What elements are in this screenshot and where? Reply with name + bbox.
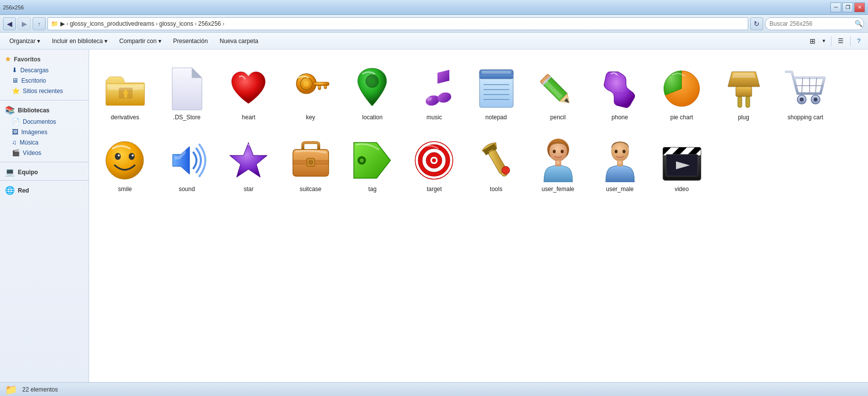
- list-item[interactable]: key: [280, 54, 341, 126]
- sidebar-item-documentos[interactable]: 📄 Documentos: [0, 116, 89, 127]
- star-icon: [227, 138, 271, 183]
- svg-marker-47: [230, 143, 267, 177]
- list-item[interactable]: tools: [465, 126, 527, 198]
- list-item[interactable]: suitcase: [280, 126, 341, 198]
- user-female-label: user_female: [541, 186, 574, 194]
- location-icon: [350, 66, 395, 111]
- musica-label: Música: [20, 139, 39, 146]
- up-button[interactable]: ↑: [33, 17, 46, 30]
- view-details-button[interactable]: ☰: [834, 35, 847, 48]
- address-path[interactable]: 📁 ▶ › glossy_icons_productivedreams › gl…: [48, 17, 748, 30]
- view-toggle-button[interactable]: ▾: [820, 35, 828, 48]
- list-item[interactable]: pie chart: [651, 54, 713, 126]
- forward-button[interactable]: ▶: [18, 17, 31, 30]
- list-item[interactable]: shopping cart: [774, 54, 836, 126]
- heart-label: heart: [242, 114, 255, 122]
- sidebar-item-sitios-recientes[interactable]: ⭐ Sitios recientes: [0, 86, 89, 96]
- list-item[interactable]: smile: [94, 126, 156, 198]
- svg-point-70: [623, 150, 626, 153]
- svg-rect-4: [313, 82, 329, 86]
- svg-point-29: [619, 92, 622, 95]
- close-button[interactable]: ✕: [854, 2, 865, 12]
- nueva-carpeta-button[interactable]: Nueva carpeta: [214, 35, 264, 48]
- list-item[interactable]: .DS_Store: [156, 54, 218, 126]
- videos-label: Vídeos: [23, 149, 41, 156]
- plug-label: plug: [738, 114, 749, 122]
- help-button[interactable]: ?: [854, 35, 864, 48]
- list-item[interactable]: target: [403, 126, 465, 198]
- shopping-cart-icon: [783, 66, 828, 111]
- view-large-button[interactable]: ⊞: [806, 35, 819, 48]
- list-item[interactable]: user_female: [527, 126, 589, 198]
- svg-rect-51: [309, 160, 313, 164]
- path-part-1: glossy_icons_productivedreams: [70, 20, 154, 27]
- suitcase-label: suitcase: [299, 186, 321, 194]
- search-submit-button[interactable]: 🔍: [852, 17, 865, 30]
- favorites-header[interactable]: ★ Favoritos: [0, 53, 89, 65]
- svg-rect-16: [480, 75, 513, 79]
- svg-point-8: [369, 78, 375, 84]
- search-input[interactable]: [765, 17, 864, 30]
- svg-rect-5: [318, 86, 321, 90]
- libraries-header[interactable]: 📚 Bibliotecas: [0, 102, 89, 116]
- suitcase-icon: [289, 138, 333, 183]
- list-item[interactable]: sound: [156, 126, 218, 198]
- list-item[interactable]: user_male: [589, 126, 651, 198]
- target-label: target: [427, 186, 442, 194]
- descargas-icon: ⬇: [12, 66, 17, 74]
- favorites-section: ★ Favoritos ⬇ Descargas 🖥 Escritorio ⭐ S…: [0, 53, 89, 96]
- ds-store-label: .DS_Store: [173, 114, 200, 122]
- sidebar-item-imagenes[interactable]: 🖼 Imágenes: [0, 127, 89, 137]
- status-count: 22 elementos: [22, 386, 58, 393]
- list-item[interactable]: tag: [341, 126, 403, 198]
- sidebar-item-escritorio[interactable]: 🖥 Escritorio: [0, 75, 89, 86]
- libraries-section: 📚 Bibliotecas 📄 Documentos 🖼 Imágenes ♫ …: [0, 102, 89, 158]
- sidebar-item-descargas[interactable]: ⬇ Descargas: [0, 65, 89, 75]
- content-area: derivatives: [89, 50, 868, 382]
- list-item[interactable]: music: [403, 54, 465, 126]
- red-label: Red: [18, 187, 29, 194]
- refresh-button[interactable]: ↻: [750, 17, 763, 30]
- presentacion-button[interactable]: Presentación: [168, 35, 213, 48]
- back-button[interactable]: ◀: [3, 17, 16, 30]
- key-label: key: [306, 114, 315, 122]
- list-item[interactable]: pencil: [527, 54, 589, 126]
- smile-label: smile: [118, 186, 132, 194]
- ds-store-icon: [165, 66, 209, 111]
- derivatives-icon: [103, 66, 147, 111]
- list-item[interactable]: video: [651, 126, 713, 198]
- svg-point-44: [129, 153, 135, 160]
- smile-icon: [103, 138, 147, 183]
- sidebar-item-musica[interactable]: ♫ Música: [0, 137, 89, 148]
- compartir-button[interactable]: Compartir con ▾: [114, 35, 167, 48]
- list-item[interactable]: plug: [713, 54, 774, 126]
- svg-rect-21: [482, 71, 511, 74]
- svg-rect-67: [555, 160, 561, 166]
- music-icon: [412, 66, 457, 111]
- tag-label: tag: [368, 186, 377, 194]
- path-part-3: 256x256: [198, 20, 221, 27]
- imagenes-icon: 🖼: [12, 128, 18, 136]
- sidebar-sep-2: [0, 162, 89, 162]
- title-bar-text: 256x256: [3, 4, 24, 10]
- sidebar-item-videos[interactable]: 🎬 Vídeos: [0, 148, 89, 158]
- equipo-label: Equipo: [18, 169, 38, 176]
- list-item[interactable]: heart: [218, 54, 280, 126]
- list-item[interactable]: notepad: [465, 54, 527, 126]
- svg-point-66: [561, 150, 564, 153]
- list-item[interactable]: derivatives: [94, 54, 156, 126]
- red-header[interactable]: 🌐 Red: [0, 183, 89, 197]
- minimize-button[interactable]: ─: [830, 2, 841, 12]
- tag-icon: [350, 138, 395, 183]
- equipo-header[interactable]: 💻 Equipo: [0, 164, 89, 178]
- restore-button[interactable]: ❐: [842, 2, 853, 12]
- sitios-icon: ⭐: [12, 87, 20, 95]
- derivatives-label: derivatives: [111, 114, 139, 122]
- list-item[interactable]: phone: [589, 54, 651, 126]
- list-item[interactable]: location: [341, 54, 403, 126]
- organizar-button[interactable]: Organizar ▾: [4, 35, 46, 48]
- notepad-icon: [474, 66, 519, 111]
- heart-icon: [227, 66, 271, 111]
- list-item[interactable]: star: [218, 126, 280, 198]
- incluir-button[interactable]: Incluir en biblioteca ▾: [47, 35, 113, 48]
